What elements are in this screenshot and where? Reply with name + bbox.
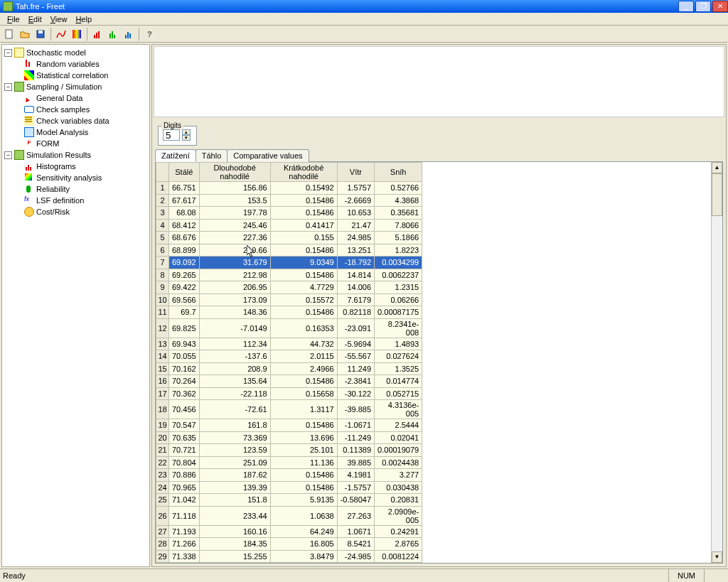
scroll-up-button[interactable]: ▲ — [712, 162, 722, 173]
table-cell[interactable]: 30.541 — [270, 563, 337, 564]
table-cell[interactable]: 1.0671 — [337, 525, 374, 538]
table-cell[interactable]: 1.5757 — [337, 182, 374, 195]
col-vitr[interactable]: Vítr — [337, 163, 374, 182]
table-cell[interactable]: 0.0062237 — [375, 269, 422, 281]
table-cell[interactable]: 39.885 — [337, 456, 374, 469]
table-cell[interactable]: -2.6669 — [337, 194, 374, 207]
tree-general-data[interactable]: General Data — [36, 94, 82, 102]
close-button[interactable]: ✕ — [712, 1, 728, 12]
table-cell[interactable]: 2.0909e-005 — [375, 506, 422, 525]
row-number[interactable]: 26 — [156, 506, 169, 525]
row-number[interactable]: 19 — [156, 419, 169, 432]
table-cell[interactable]: 0.02041 — [375, 431, 422, 444]
table-cell[interactable]: 4.3868 — [375, 194, 422, 207]
table-cell[interactable]: 1.3525 — [375, 362, 422, 375]
row-number[interactable]: 4 — [156, 219, 169, 232]
table-row[interactable]: 2771.193160.1664.2491.06710.24291 — [156, 525, 422, 538]
table-cell[interactable]: 135.64 — [199, 375, 270, 388]
table-row[interactable]: 2270.804251.0911.13639.8850.0024438 — [156, 456, 422, 469]
tree-histograms[interactable]: Histograms — [36, 162, 76, 171]
table-cell[interactable]: 0.15572 — [270, 293, 337, 306]
table-cell[interactable]: 251.09 — [199, 456, 270, 469]
table-cell[interactable]: 0.24291 — [375, 525, 422, 538]
table-cell[interactable]: 14.006 — [337, 281, 374, 294]
table-cell[interactable]: -18.792 — [337, 257, 374, 269]
table-cell[interactable]: 71.042 — [169, 494, 200, 507]
table-row[interactable]: 1269.825-7.01490.16353-23.0918.2341e-008 — [156, 318, 422, 338]
table-cell[interactable]: 11.136 — [270, 456, 337, 469]
table-cell[interactable]: 0.15486 — [270, 469, 337, 482]
row-number[interactable]: 1 — [156, 182, 169, 195]
table-cell[interactable]: 73.369 — [199, 431, 270, 444]
table-cell[interactable]: 1.0638 — [270, 506, 337, 525]
tool-correlation[interactable] — [70, 28, 83, 41]
table-cell[interactable]: 69.7 — [169, 306, 200, 319]
table-cell[interactable]: 71.338 — [169, 550, 200, 563]
table-cell[interactable]: 70.721 — [169, 444, 200, 457]
row-number[interactable]: 20 — [156, 431, 169, 444]
table-cell[interactable]: 69.422 — [169, 281, 200, 294]
table-cell[interactable]: 0.00087175 — [375, 306, 422, 319]
table-row[interactable]: 3071.409174.6930.5413.87480.48748 — [156, 563, 422, 564]
table-cell[interactable]: -0.58047 — [337, 494, 374, 507]
menu-file[interactable]: File — [3, 14, 24, 24]
expand-toggle[interactable]: − — [4, 151, 12, 159]
tree-model-analysis[interactable]: Model Analysis — [36, 128, 88, 136]
table-cell[interactable]: -22.118 — [199, 387, 270, 400]
table-cell[interactable]: -7.0149 — [199, 318, 270, 338]
table-cell[interactable]: 70.635 — [169, 431, 200, 444]
maximize-button[interactable]: ❐ — [695, 1, 711, 12]
table-cell[interactable]: 0.11389 — [337, 444, 374, 457]
table-cell[interactable]: 69.092 — [169, 257, 200, 269]
table-cell[interactable]: 156.86 — [199, 182, 270, 195]
table-cell[interactable]: 0.82118 — [337, 306, 374, 319]
table-cell[interactable]: 206.95 — [199, 281, 270, 294]
table-cell[interactable]: 123.59 — [199, 444, 270, 457]
table-cell[interactable]: 0.15486 — [270, 244, 337, 257]
table-cell[interactable]: 25.101 — [270, 444, 337, 457]
table-cell[interactable]: 184.35 — [199, 538, 270, 551]
table-cell[interactable]: -39.885 — [337, 400, 374, 419]
table-cell[interactable]: 21.47 — [337, 219, 374, 232]
table-cell[interactable]: 139.39 — [199, 481, 270, 494]
table-cell[interactable]: 70.965 — [169, 481, 200, 494]
minimize-button[interactable]: _ — [678, 1, 694, 12]
table-cell[interactable]: 70.456 — [169, 400, 200, 419]
table-row[interactable]: 267.617153.50.15486-2.66694.3868 — [156, 194, 422, 207]
tab-zatizeni[interactable]: Zatížení — [155, 149, 196, 162]
table-cell[interactable]: 4.3136e-005 — [375, 400, 422, 419]
row-number[interactable]: 27 — [156, 525, 169, 538]
table-cell[interactable]: 69.825 — [169, 318, 200, 338]
table-cell[interactable]: 10.653 — [337, 207, 374, 220]
table-row[interactable]: 2571.042151.85.9135-0.580470.20831 — [156, 494, 422, 507]
digits-input[interactable] — [163, 129, 180, 141]
table-cell[interactable]: 0.0024438 — [375, 456, 422, 469]
table-cell[interactable]: 0.15486 — [270, 207, 337, 220]
row-number[interactable]: 7 — [156, 257, 169, 269]
table-row[interactable]: 2971.33815.2553.8479-24.9850.0081224 — [156, 550, 422, 563]
new-button[interactable] — [3, 28, 16, 41]
table-cell[interactable]: 66.751 — [169, 182, 200, 195]
table-cell[interactable]: 3.8748 — [337, 563, 374, 564]
table-cell[interactable]: 0.41417 — [270, 219, 337, 232]
table-cell[interactable]: -5.9694 — [337, 338, 374, 350]
row-number[interactable]: 13 — [156, 338, 169, 350]
table-cell[interactable]: 16.805 — [270, 538, 337, 551]
table-cell[interactable]: 70.055 — [169, 350, 200, 363]
table-cell[interactable]: 219.66 — [199, 244, 270, 257]
table-cell[interactable]: 0.48748 — [375, 563, 422, 564]
tree-sensitivity-analysis[interactable]: Sensitivity analysis — [36, 173, 102, 182]
table-cell[interactable]: 0.15486 — [270, 375, 337, 388]
table-cell[interactable]: 0.15658 — [270, 387, 337, 400]
table-cell[interactable]: 11.249 — [337, 362, 374, 375]
table-cell[interactable]: 13.251 — [337, 244, 374, 257]
table-cell[interactable]: 148.36 — [199, 306, 270, 319]
tab-comparative-values[interactable]: Comparative values — [227, 149, 309, 162]
table-cell[interactable]: -23.091 — [337, 318, 374, 338]
table-cell[interactable]: 70.547 — [169, 419, 200, 432]
menu-edit[interactable]: Edit — [24, 14, 46, 24]
table-cell[interactable]: 1.3117 — [270, 400, 337, 419]
table-cell[interactable]: -72.61 — [199, 400, 270, 419]
table-row[interactable]: 2871.266184.3516.8058.54212.8765 — [156, 538, 422, 551]
tool-random-variables[interactable] — [55, 28, 68, 41]
